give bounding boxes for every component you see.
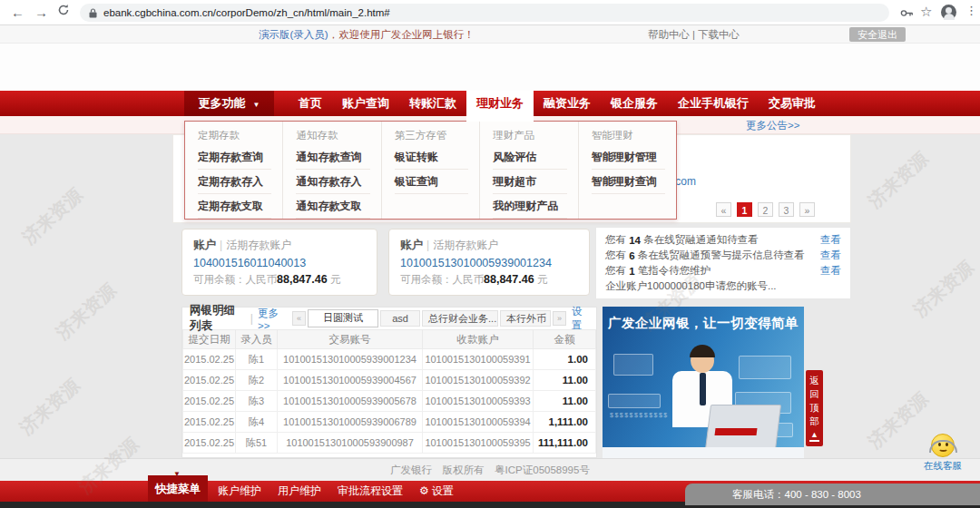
pagination-page-1[interactable]: 1 xyxy=(737,202,752,217)
menu-col-title: 定期存款 xyxy=(198,129,271,142)
key-icon[interactable] xyxy=(900,6,914,23)
menu-item[interactable]: 银证查询 xyxy=(395,170,468,194)
menu-item[interactable]: 银证转账 xyxy=(395,145,468,170)
notice-view-link[interactable]: 查看 xyxy=(820,264,841,278)
table-row[interactable]: 2015.02.25陈41010015130100059390067891010… xyxy=(183,412,596,433)
menu-item[interactable]: 理财超市 xyxy=(493,170,566,194)
chevron-down-icon: ▼ xyxy=(253,101,260,109)
account-divider: | xyxy=(426,239,429,251)
laptop-illustration xyxy=(705,405,781,450)
notice-row: 您有 6 条在线贸融通预警与提示信息待查看查看 xyxy=(605,248,841,263)
menu-item[interactable]: 我的理财产品 xyxy=(493,194,566,219)
quick-item-approval-flow[interactable]: 审批流程设置 xyxy=(338,481,403,502)
notice-count: 14 xyxy=(629,235,641,246)
col-submit-date: 提交日期 xyxy=(183,330,236,349)
cell-amount: 11.00 xyxy=(534,391,596,412)
ebank-detail-list-panel: 网银明细列表 | 更多>> « 日圆测试 asd 总行财会业务... 本行外币 … xyxy=(181,307,597,458)
help-center-link[interactable]: 帮助中心 xyxy=(648,29,690,40)
currency-label: 人民币 xyxy=(453,274,485,285)
browser-reload-icon[interactable] xyxy=(57,4,70,19)
cell-trade-account: 10100151301000593900987 xyxy=(278,433,423,454)
account-balance: 可用余额：人民币88,847.46 元 xyxy=(193,273,366,287)
table-row[interactable]: 2015.02.25陈21010015130100059390045671010… xyxy=(183,370,596,391)
menu-item[interactable]: 定期存款查询 xyxy=(198,145,271,170)
cell-date: 2015.02.25 xyxy=(183,412,236,433)
online-service-widget[interactable]: 在线客服 xyxy=(915,434,971,471)
watermark: 济来资源 xyxy=(863,147,934,214)
browser-forward-icon[interactable]: → xyxy=(34,5,48,20)
balance-unit: 元 xyxy=(537,274,548,285)
banner-person-tie xyxy=(700,373,706,405)
bookmark-star-icon[interactable]: ☆ xyxy=(920,4,932,20)
notice-view-link[interactable]: 查看 xyxy=(820,249,841,262)
notice-view-link[interactable]: 查看 xyxy=(820,233,841,247)
download-center-link[interactable]: 下载中心 xyxy=(698,29,740,40)
cell-operator: 陈3 xyxy=(236,391,278,412)
detail-list-divider: | xyxy=(250,312,253,325)
pagination-last[interactable]: » xyxy=(799,202,815,217)
tabs-prev-icon[interactable]: « xyxy=(292,311,306,326)
tab-head-office-finance[interactable]: 总行财会业务... xyxy=(422,310,498,327)
pagination-page-3[interactable]: 3 xyxy=(779,202,794,217)
quick-item-settings[interactable]: ⚙设置 xyxy=(419,481,454,502)
notice-text: 您有 xyxy=(605,249,629,262)
more-functions-label: 更多功能 xyxy=(199,96,246,110)
detail-list-settings-link[interactable]: 设置 xyxy=(572,305,589,332)
table-row[interactable]: 2015.02.25陈51101001513010005939009871010… xyxy=(183,433,596,454)
nav-tab-wealth[interactable]: 理财业务 xyxy=(466,91,534,122)
browser-menu-icon[interactable]: ⋮ xyxy=(965,4,977,17)
cell-date: 2015.02.25 xyxy=(183,391,236,412)
pagination-first[interactable]: « xyxy=(716,202,731,217)
more-announcements-link[interactable]: 更多公告>> xyxy=(746,119,799,132)
tab-foreign-currency[interactable]: 本行外币 xyxy=(500,310,551,327)
promo-banner[interactable]: 广发企业网银，让一切变得简单 $$$$$$$$$$$$ xyxy=(603,307,804,458)
safe-logout-button[interactable]: 安全退出 xyxy=(849,27,906,42)
menu-item[interactable]: 智能理财查询 xyxy=(592,170,665,194)
notice-text: 笔指令待您维护 xyxy=(635,264,711,278)
back-to-top-label: 顶 xyxy=(806,401,823,415)
menu-item[interactable]: 风险评估 xyxy=(493,145,566,170)
cell-date: 2015.02.25 xyxy=(183,433,236,454)
back-to-top-button[interactable]: 返 回 顶 部 ▲ xyxy=(806,370,823,446)
browser-back-icon[interactable]: ← xyxy=(11,5,24,20)
pagination-page-2[interactable]: 2 xyxy=(758,202,773,217)
url-text: ebank.cgbchina.com.cn/corporDemo/zh_cn/h… xyxy=(103,7,390,18)
menu-item[interactable]: 定期存款存入 xyxy=(198,170,271,194)
cell-trade-account: 101001513010005939006789 xyxy=(278,412,423,433)
menu-item[interactable]: 通知存款存入 xyxy=(296,170,369,194)
welcome-text: ，欢迎使用广发企业网上银行！ xyxy=(328,29,475,40)
tab-asd[interactable]: asd xyxy=(380,310,420,327)
menu-col-wealth-products: 理财产品 风险评估 理财超市 我的理财产品 xyxy=(479,122,577,219)
site-header: 广发银行|CGB企业网上银行(演示版) 搜索 功能超市 ⚙ 网银管理 安全中心 … xyxy=(0,44,980,91)
quick-item-account-maintain[interactable]: 账户维护 xyxy=(218,481,261,502)
menu-item[interactable]: 定期存款支取 xyxy=(198,194,271,219)
browser-profile-avatar[interactable] xyxy=(941,5,956,20)
announcement-pagination: « 1 2 3 » xyxy=(716,202,815,217)
address-bar[interactable]: ebank.cgbchina.com.cn/corporDemo/zh_cn/h… xyxy=(80,4,889,22)
menu-item[interactable]: 通知存款支取 xyxy=(296,194,369,219)
tab-jpy-test[interactable]: 日圆测试 xyxy=(308,309,378,327)
account-number-link[interactable]: 104001516011040013 xyxy=(193,257,366,269)
notice-row: 您有 1 笔指令待您维护查看 xyxy=(605,263,841,278)
detail-list-more-link[interactable]: 更多>> xyxy=(258,307,285,331)
account-divider: | xyxy=(220,239,222,251)
table-row[interactable]: 2015.02.25陈31010015130100059390056781010… xyxy=(183,391,596,412)
more-functions-button[interactable]: 更多功能▼ xyxy=(184,91,274,116)
cell-operator: 陈4 xyxy=(236,412,278,433)
notice-text: 您有 xyxy=(605,264,629,278)
account-balance: 可用余额：人民币88,847.46 元 xyxy=(400,273,578,287)
detail-list-tabs: « 日圆测试 asd 总行财会业务... 本行外币 » xyxy=(292,309,566,327)
menu-col-title: 理财产品 xyxy=(493,129,566,142)
menu-item[interactable]: 智能理财管理 xyxy=(592,145,665,170)
quick-menu-tab[interactable]: 快捷菜单 xyxy=(148,475,208,502)
cell-operator: 陈1 xyxy=(236,349,278,370)
table-row[interactable]: 2015.02.25陈11010015130100059390012341010… xyxy=(183,349,596,370)
balance-label: 可用余额： xyxy=(193,274,246,285)
quick-item-user-maintain[interactable]: 用户维护 xyxy=(278,481,321,502)
menu-item[interactable]: 通知存款查询 xyxy=(296,145,369,170)
cell-operator: 陈51 xyxy=(236,433,278,454)
tabs-next-icon[interactable]: » xyxy=(553,311,566,326)
menu-col-smart-wealth: 智能理财 智能理财管理 智能理财查询 xyxy=(578,122,676,219)
menu-col-title: 智能理财 xyxy=(592,129,665,142)
account-number-link[interactable]: 101001513010005939001234 xyxy=(400,257,578,269)
